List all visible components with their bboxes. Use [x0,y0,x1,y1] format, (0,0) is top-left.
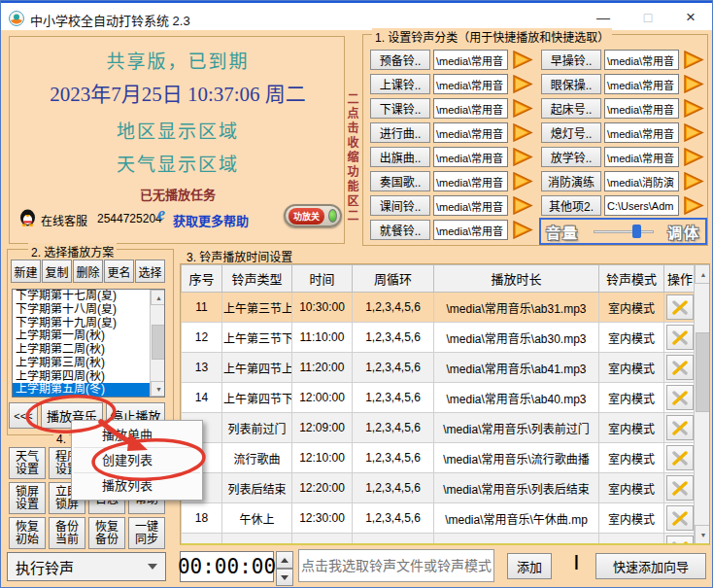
scrollbar-thumb[interactable] [696,332,710,412]
category-path-kejian[interactable]: \media\常用音 [433,195,508,216]
scrollbar-thumb[interactable] [152,325,165,360]
menu-item-create-playlist[interactable]: 创建列表 [72,449,202,471]
play-icon[interactable] [511,123,533,142]
category-path-xiaofang[interactable]: \media\消防演 [604,171,679,191]
plan-delete-button[interactable]: 删除 [73,259,103,283]
play-icon[interactable] [682,172,704,190]
category-button-xiake[interactable]: 下课铃.. [370,98,430,119]
category-path-qita[interactable]: C:\Users\Adm [604,195,679,216]
scroll-down-icon[interactable]: ▼ [151,381,165,397]
menu-item-play-playlist[interactable]: 播放列表 [72,474,202,497]
play-icon[interactable] [511,172,533,190]
category-button-qichuang[interactable]: 起床号.. [541,98,601,119]
play-icon[interactable] [682,51,704,69]
play-icon[interactable] [511,99,533,118]
plan-list-item[interactable]: 下学期第十七周(夏) [13,290,150,303]
edit-tools-button[interactable] [666,355,694,380]
spinner-down-button[interactable] [276,569,293,586]
category-path-xideng[interactable]: \media\常用音 [604,122,679,143]
play-icon[interactable] [682,99,704,118]
add-button[interactable]: 添加 [507,553,552,579]
edit-tools-button[interactable] [666,475,694,501]
quick-add-wizard-button[interactable]: 快速添加向导 [595,553,706,579]
backup-current-button[interactable]: 备份当前 [49,517,85,549]
table-row[interactable]: 列表前过门12:09:001,2,3,4,5,6\media\常用音乐\列表前过… [182,413,696,443]
menu-item-play-single[interactable]: 播放单曲 [72,424,202,446]
time-input[interactable]: 00:00:00 [180,551,274,582]
plan-new-button[interactable]: 新建 [11,259,41,283]
category-path-jinxingqu[interactable]: \media\常用音 [433,122,508,143]
table-row[interactable]: 11上午第三节上10:30:001,2,3,4,5,6\media\常用音乐\a… [182,293,696,323]
table-row[interactable]: 流行歌曲12:10:001,2,3,4,5,6\media\常用音乐\流行歌曲播… [182,443,696,473]
plan-list-item[interactable]: 下学期第十八周(夏) [13,303,150,317]
category-path-yanbaocao[interactable]: \media\常用音 [604,74,679,94]
category-button-qita[interactable]: 其他项2. [541,195,601,216]
weather-settings-button[interactable]: 天气设置 [9,447,46,479]
category-path-fangxue[interactable]: \media\常用音 [604,147,679,167]
collapse-left-button[interactable]: <<< [9,402,38,429]
category-button-guoge[interactable]: 奏国歌.. [370,171,430,191]
plan-list-item[interactable]: 上学期第一周(秋) [13,329,150,343]
spinner-up-button[interactable] [276,551,293,569]
plan-list-item[interactable]: 上学期第三周(秋) [13,357,150,370]
scroll-up-icon[interactable]: ▲ [151,290,165,305]
plan-copy-button[interactable]: 复制 [42,259,72,283]
one-key-sync-button[interactable]: 一键同步 [128,517,165,549]
category-button-jiucan[interactable]: 就餐铃.. [370,220,430,240]
restore-backup-button[interactable]: 恢复备份 [88,517,125,549]
plan-list-item[interactable]: 上学期第四周(秋) [13,370,150,384]
plan-list-scrollbar[interactable]: ▲ ▼ [150,290,164,397]
play-icon[interactable] [511,196,533,215]
edit-tools-button[interactable] [666,325,694,350]
plan-rename-button[interactable]: 更名 [104,259,134,283]
play-icon[interactable] [682,75,704,93]
lockscreen-settings-button[interactable]: 锁屏设置 [9,482,46,514]
restore-default-button[interactable]: 恢复初始 [9,517,46,549]
category-button-chuqiqu[interactable]: 出旗曲.. [370,147,430,167]
category-button-xideng[interactable]: 熄灯号.. [541,122,601,143]
minimize-button[interactable]: — [588,7,619,28]
category-button-kejian[interactable]: 课间铃.. [370,195,430,216]
category-path-xiake[interactable]: \media\常用音 [433,98,508,119]
category-path-guoge[interactable]: \media\常用音 [433,171,508,191]
maximize-button[interactable]: □ [632,7,663,28]
play-icon[interactable] [511,51,533,69]
category-path-qichuang[interactable]: \media\常用音 [604,98,679,119]
play-icon[interactable] [682,196,704,215]
category-path-chuqiqu[interactable]: \media\常用音 [433,147,508,167]
category-button-xiaofang[interactable]: 消防演练 [541,171,601,191]
play-icon[interactable] [511,75,533,93]
edit-tools-button[interactable] [666,505,694,531]
category-button-shangke[interactable]: 上课铃.. [370,74,430,94]
category-button-zaocao[interactable]: 早操铃.. [541,50,601,70]
play-icon[interactable] [511,221,533,239]
plan-list-item[interactable]: 下学期第十九周(夏) [13,317,150,330]
edit-tools-button[interactable] [666,536,694,545]
edit-tools-button[interactable] [666,415,694,440]
play-icon[interactable] [511,148,533,166]
collapse-strip[interactable]: 二点击收缩功能区二 [344,92,360,244]
table-row[interactable]: 18午休上12:30:001,2,3,4,5,6\media\常用音乐\午休曲.… [182,503,696,534]
category-button-yubei[interactable]: 预备铃.. [370,50,430,70]
category-path-yubei[interactable]: \media\常用音 [433,50,508,70]
play-icon[interactable] [682,123,704,142]
volume-slider[interactable] [594,225,654,238]
scroll-down-icon[interactable]: ▼ [695,525,710,544]
close-button[interactable]: × [675,7,706,28]
volume-slider-thumb[interactable] [632,225,641,238]
category-button-yanbaocao[interactable]: 眼保操.. [541,74,601,94]
category-button-jinxingqu[interactable]: 进行曲.. [370,122,430,143]
bell-file-input[interactable] [298,549,494,582]
plan-list-item-selected[interactable]: 上学期第五周(冬) [13,383,150,397]
category-button-fangxue[interactable]: 放学铃.. [541,147,601,167]
scroll-up-icon[interactable]: ▲ [695,264,710,284]
table-row[interactable]: 14上午第四节下12:00:001,2,3,4,5,6\media\常用音乐\a… [182,383,696,413]
category-path-zaocao[interactable]: \media\常用音 [604,50,679,70]
plan-list-item[interactable]: 上学期第二周(秋) [13,343,150,357]
category-path-shangke[interactable]: \media\常用音 [433,74,508,94]
amplifier-toggle[interactable]: 功放关 [284,204,342,227]
edit-tools-button[interactable] [666,385,694,410]
play-icon[interactable] [682,148,704,166]
get-help-link[interactable]: 获取更多帮助 [173,211,249,229]
table-row[interactable]: 12上午第三节下11:10:001,2,3,4,5,6\media\常用音乐\a… [182,323,696,353]
